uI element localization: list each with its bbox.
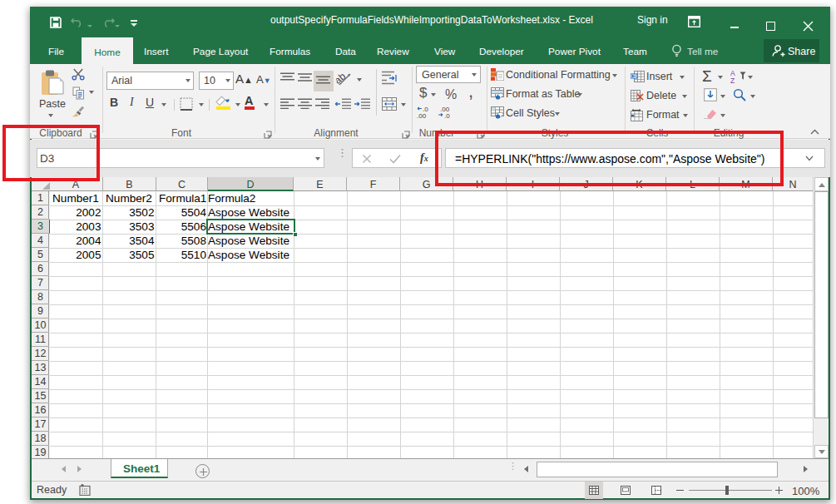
svg-text:Z: Z <box>730 77 735 84</box>
svg-text:.00: .00 <box>417 112 427 119</box>
svg-text:.0: .0 <box>444 112 450 119</box>
